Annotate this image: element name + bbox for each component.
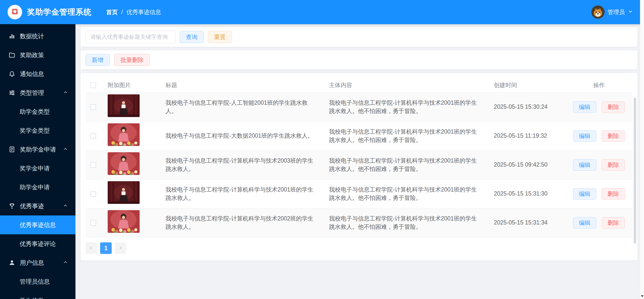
delete-button[interactable]: 删除 xyxy=(602,130,625,142)
sidebar-group-label: 奖助学金申请 xyxy=(20,145,56,154)
main-content: 查询 重置 新增 批量删除 附加图片 标题 主体内容 创建时间 操作 xyxy=(75,24,644,299)
edit-button[interactable]: 编辑 xyxy=(573,130,596,142)
sidebar-item-policies[interactable]: 奖助政策 xyxy=(0,46,75,64)
table-row: 我校电子与信息工程学院-计算机科学与技术2002班的学生跳水救人。 我校电子与信… xyxy=(86,208,632,237)
sidebar-item-label: 奖助政策 xyxy=(20,51,44,59)
table-row: 我校电子与信息工程学院-计算机科学与技术2003班的学生跳水救人。 我校电子与信… xyxy=(86,151,632,179)
sidebar-group-label: 用户信息 xyxy=(20,259,44,267)
row-title: 我校电子与信息工程学院-计算机科学与技术2002班的学生跳水救人。 xyxy=(158,214,322,231)
bar-chart-icon xyxy=(9,33,15,40)
page-scrollbar[interactable] xyxy=(640,0,644,299)
pagination: 1 xyxy=(86,242,632,254)
sidebar-item-notifications[interactable]: 通知信息 xyxy=(0,64,75,83)
user-icon xyxy=(9,259,15,266)
breadcrumb-home[interactable]: 首页 xyxy=(106,8,118,16)
sliders-icon xyxy=(9,89,15,96)
delete-button[interactable]: 删除 xyxy=(602,159,625,171)
scroll-down-arrow-icon[interactable] xyxy=(641,295,643,297)
table-row: 我校电子与信息工程学院-人工智能2001班的学生跳水救人。 我校电子与信息工程学… xyxy=(86,93,632,122)
next-page-button[interactable] xyxy=(115,242,126,254)
sidebar-item-grant-application[interactable]: 助学金申请 xyxy=(0,178,75,197)
chevron-down-icon xyxy=(628,9,633,15)
chevron-up-icon xyxy=(63,203,68,210)
column-header-content: 主体内容 xyxy=(322,81,487,89)
row-thumbnail[interactable] xyxy=(108,152,140,175)
table-scrollbar-thumb[interactable] xyxy=(634,98,636,244)
sidebar-item-admin-info[interactable]: 管理员信息 xyxy=(0,272,75,291)
row-checkbox[interactable] xyxy=(90,104,96,110)
table-row: 我校电子与信息工程学院-大数据2001班的学生跳水救人。 我校电子与信息工程学院… xyxy=(86,122,632,151)
sidebar-item-label: 通知信息 xyxy=(20,70,44,78)
document-icon xyxy=(9,146,15,153)
sidebar-item-deed-comments[interactable]: 优秀事迹评论 xyxy=(0,234,75,253)
row-content: 我校电子与信息工程学院-计算机科学与技术2001班的学生跳水救人。他不怕困难，勇… xyxy=(322,157,487,173)
column-header-title: 标题 xyxy=(158,81,322,89)
delete-button[interactable]: 删除 xyxy=(602,217,625,229)
prev-page-button[interactable] xyxy=(86,242,97,254)
column-header-actions: 操作 xyxy=(565,81,632,89)
sidebar-item-grant-types[interactable]: 助学金类型 xyxy=(0,102,75,121)
row-title: 我校电子与信息工程学院-计算机科学与技术2001班的学生跳水救人。 xyxy=(158,185,322,202)
row-created-time: 2025-05-15 15:31:34 xyxy=(487,218,565,227)
deeds-table: 附加图片 标题 主体内容 创建时间 操作 xyxy=(80,73,637,260)
user-menu[interactable]: 管理员 xyxy=(591,6,636,19)
edit-button[interactable]: 编辑 xyxy=(573,188,596,200)
row-thumbnail[interactable] xyxy=(108,123,140,146)
reset-button[interactable]: 重置 xyxy=(208,31,232,43)
row-checkbox[interactable] xyxy=(90,220,96,226)
chevron-up-icon xyxy=(63,146,68,153)
query-button[interactable]: 查询 xyxy=(180,31,204,43)
row-thumbnail[interactable] xyxy=(108,94,140,117)
column-header-created: 创建时间 xyxy=(487,81,565,89)
row-thumbnail[interactable] xyxy=(108,181,140,204)
sidebar-item-data-statistics[interactable]: 数据统计 xyxy=(0,27,75,46)
search-panel: 查询 重置 xyxy=(80,27,637,47)
row-created-time: 2025-05-15 09:42:50 xyxy=(487,161,565,169)
row-created-time: 2025-05-15 11:19:32 xyxy=(487,132,565,140)
logo-icon xyxy=(9,6,20,18)
delete-button[interactable]: 删除 xyxy=(602,101,625,113)
sidebar-item-student-info[interactable]: 学生信息 xyxy=(0,291,75,299)
table-header: 附加图片 标题 主体内容 创建时间 操作 xyxy=(86,78,632,93)
user-name: 管理员 xyxy=(608,8,625,16)
search-input[interactable] xyxy=(86,31,176,43)
row-title: 我校电子与信息工程学院-大数据2001班的学生跳水救人。 xyxy=(158,132,322,140)
folder-icon xyxy=(9,52,15,58)
delete-button[interactable]: 删除 xyxy=(602,188,625,200)
row-thumbnail[interactable] xyxy=(108,210,140,233)
page-number-1[interactable]: 1 xyxy=(100,242,112,254)
sidebar-group-deeds[interactable]: 优秀事迹 xyxy=(0,197,75,215)
edit-button[interactable]: 编辑 xyxy=(573,217,596,229)
column-header-image: 附加图片 xyxy=(101,81,158,89)
row-content: 我校电子与信息工程学院-计算机科学与技术2001班的学生跳水救人。他不怕困难，勇… xyxy=(322,128,487,144)
row-content: 我校电子与信息工程学院-计算机科学与技术2001班的学生跳水救人。他不怕困难，勇… xyxy=(322,185,487,202)
sidebar-item-scholarship-types[interactable]: 奖学金类型 xyxy=(0,121,75,140)
breadcrumb-separator: / xyxy=(121,9,123,16)
row-content: 我校电子与信息工程学院-计算机科学与技术2001班的学生跳水救人。他不怕困难，勇… xyxy=(322,214,487,231)
select-all-checkbox[interactable] xyxy=(90,82,96,88)
row-created-time: 2025-05-15 15:30:24 xyxy=(487,103,565,111)
edit-button[interactable]: 编辑 xyxy=(573,101,596,113)
bell-icon xyxy=(9,70,15,77)
sidebar-item-label: 数据统计 xyxy=(20,32,44,40)
sidebar-group-label: 优秀事迹 xyxy=(20,202,44,210)
breadcrumb-current: 优秀事迹信息 xyxy=(126,8,161,16)
app-title: 奖助学金管理系统 xyxy=(27,7,92,17)
add-button[interactable]: 新增 xyxy=(86,54,110,66)
row-checkbox[interactable] xyxy=(90,133,96,139)
chevron-up-icon xyxy=(63,259,68,266)
row-checkbox[interactable] xyxy=(90,191,96,197)
edit-button[interactable]: 编辑 xyxy=(573,159,596,171)
prev-page-icon xyxy=(89,246,94,251)
batch-delete-button[interactable]: 批量删除 xyxy=(114,54,150,66)
app-header: 奖助学金管理系统 首页 / 优秀事迹信息 管理员 xyxy=(0,0,644,24)
sidebar-item-scholarship-application[interactable]: 奖学金申请 xyxy=(0,159,75,178)
sidebar-item-deed-info[interactable]: 优秀事迹信息 xyxy=(0,215,75,234)
sidebar-group-type-management[interactable]: 类型管理 xyxy=(0,83,75,102)
breadcrumb: 首页 / 优秀事迹信息 xyxy=(106,8,161,16)
sidebar: 数据统计 奖助政策 通知信息 类型管理 助学金类型 奖学金类型 xyxy=(0,24,75,299)
app-logo xyxy=(8,5,22,19)
sidebar-group-users[interactable]: 用户信息 xyxy=(0,253,75,272)
row-checkbox[interactable] xyxy=(90,162,96,168)
sidebar-group-applications[interactable]: 奖助学金申请 xyxy=(0,140,75,159)
